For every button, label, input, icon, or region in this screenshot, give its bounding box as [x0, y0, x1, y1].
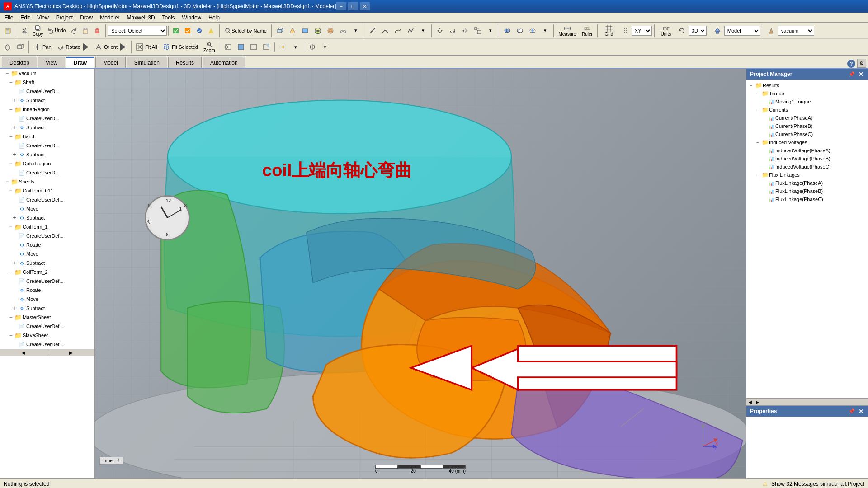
tree-ct2-move[interactable]: ⚙ Move [0, 295, 94, 304]
move-btn[interactable] [434, 25, 446, 37]
cone-icon-btn[interactable] [287, 25, 298, 37]
tree-outerregion[interactable]: − 📁 OuterRegion [0, 159, 94, 168]
units-button[interactable]: mm Units [657, 24, 675, 37]
close-button[interactable]: ✕ [360, 2, 370, 10]
light-more-btn[interactable]: ▾ [290, 41, 302, 53]
select-mode-1[interactable] [170, 25, 182, 37]
grid-plane-dropdown[interactable]: XYXZYZ [632, 26, 652, 36]
draw-line-btn[interactable] [367, 25, 378, 37]
tree-band-create[interactable]: 📄 CreateUserD... [0, 141, 94, 150]
light-btn[interactable] [277, 41, 289, 53]
rect-icon-btn[interactable] [299, 25, 311, 37]
shaded-btn[interactable] [260, 41, 272, 53]
box-icon-btn[interactable] [274, 25, 286, 37]
bool-subtract-btn[interactable] [514, 25, 526, 37]
select-dropdown[interactable]: Select: Object [108, 26, 167, 36]
paste-button[interactable] [80, 24, 91, 37]
panel-scroll-right[interactable]: ▶ [47, 349, 94, 356]
tree-band-subtract[interactable]: + ⚙ Subtract [0, 150, 94, 159]
tree-sheets[interactable]: − 📁 Sheets [0, 177, 94, 186]
menu-modeler[interactable]: Modeler [96, 14, 123, 22]
tree-ct2-create[interactable]: 📄 CreateUserDef... [0, 277, 94, 286]
view-icon-2[interactable] [14, 41, 26, 53]
tab-simulation[interactable]: Simulation [127, 57, 167, 68]
tree-ss-create[interactable]: 📄 CreateUserDef... [0, 340, 94, 349]
viewport[interactable]: coil上端向轴心弯曲 12 3 6 9 1 4 7 Time = 1 [95, 69, 746, 478]
torus-icon-btn[interactable] [337, 25, 349, 37]
wireframe-btn[interactable] [222, 41, 234, 53]
tree-ct011-create[interactable]: 📄 CreateUserDef... [0, 195, 94, 204]
menu-draw[interactable]: Draw [76, 14, 96, 22]
dots-pattern-btn[interactable] [619, 25, 631, 37]
pm-scroll-left[interactable]: ◀ [746, 399, 754, 405]
rotate-btn[interactable] [447, 25, 458, 37]
solid-btn[interactable] [235, 41, 247, 53]
model-dropdown[interactable]: Model [724, 26, 760, 36]
menu-tools[interactable]: Tools [159, 14, 179, 22]
tree-shaft-subtract[interactable]: + ⚙ Subtract [0, 96, 94, 105]
tab-results[interactable]: Results [168, 57, 202, 68]
draw-polyline-btn[interactable] [405, 25, 416, 37]
tab-automation[interactable]: Automation [203, 57, 245, 68]
tree-coilterm-1[interactable]: − 📁 CoilTerm_1 [0, 222, 94, 231]
snap-more-btn[interactable]: ▾ [319, 41, 331, 53]
tree-band[interactable]: − 📁 Band [0, 132, 94, 141]
menu-view[interactable]: View [33, 14, 52, 22]
orient-button[interactable]: Orient [93, 41, 129, 53]
pm-currents[interactable]: − 📁 Currents [746, 106, 868, 114]
pm-induced-a[interactable]: 📊 InducedVoltage(PhaseA) [746, 146, 868, 155]
sphere-icon-btn[interactable] [325, 25, 336, 37]
draw-more-btn[interactable]: ▾ [417, 25, 429, 37]
select-by-name-button[interactable]: Select by Name [222, 24, 269, 37]
scale-btn[interactable] [472, 25, 484, 37]
zoom-button[interactable]: Zoom [201, 41, 217, 53]
panel-scroll-left[interactable]: ◀ [0, 349, 47, 356]
select-mode-4[interactable] [205, 25, 217, 37]
delete-button[interactable] [91, 24, 103, 37]
tree-shaft-create[interactable]: 📄 CreateUserD... [0, 87, 94, 96]
measure-button[interactable]: Measure [556, 24, 579, 37]
tree-vacuum[interactable]: − 📁 vacuum [0, 69, 94, 78]
tab-desktop[interactable]: Desktop [2, 57, 37, 68]
tree-coilterm-2[interactable]: − 📁 CoilTerm_2 [0, 267, 94, 277]
tree-mastersheet[interactable]: − 📁 MasterSheet [0, 313, 94, 322]
grid-button[interactable]: Grid [600, 24, 618, 37]
more-shapes-btn[interactable]: ▾ [350, 25, 362, 37]
model-icon-btn[interactable] [712, 25, 723, 37]
mirror-btn[interactable] [459, 25, 471, 37]
tree-innerregion[interactable]: − 📁 InnerRegion [0, 105, 94, 114]
select-mode-3[interactable] [193, 25, 205, 37]
fit-all-button[interactable]: Fit All [134, 41, 160, 53]
snap-btn[interactable] [307, 41, 318, 53]
pm-moving-torque[interactable]: 📊 Moving1.Torque [746, 98, 868, 106]
redo-button[interactable] [68, 24, 80, 37]
pm-results[interactable]: − 📁 Results [746, 81, 868, 89]
tree-ct1-move[interactable]: ⚙ Move [0, 249, 94, 258]
pm-scroll-right[interactable]: ▶ [754, 399, 761, 405]
copy-button[interactable]: Copy [30, 24, 45, 37]
pm-induced-b[interactable]: 📊 InducedVoltage(PhaseB) [746, 155, 868, 163]
draw-arc-btn[interactable] [379, 25, 391, 37]
mode-dropdown[interactable]: 3D2D [689, 26, 707, 36]
pm-induced-voltages[interactable]: − 📁 Induced Voltages [746, 138, 868, 146]
reset-btn[interactable] [676, 25, 688, 37]
bool-intersect-btn[interactable] [527, 25, 538, 37]
tree-shaft[interactable]: − 📁 Shaft [0, 78, 94, 87]
tree-slavesheet[interactable]: − 📁 SlaveSheet [0, 331, 94, 340]
material-dropdown[interactable]: vacuum [778, 26, 814, 36]
pm-flux-c[interactable]: 📊 FluxLinkage(PhaseC) [746, 195, 868, 203]
minimize-button[interactable]: − [336, 2, 346, 10]
modify-more-btn[interactable]: ▾ [485, 25, 496, 37]
circle-icon-btn[interactable] [312, 25, 324, 37]
pm-current-b[interactable]: 📊 Current(PhaseB) [746, 122, 868, 130]
tree-ct011-subtract[interactable]: + ⚙ Subtract [0, 213, 94, 222]
view-icon-1[interactable] [2, 41, 14, 53]
save-button[interactable] [2, 25, 14, 37]
prop-pin-button[interactable]: 📌 [848, 408, 855, 415]
prop-close-button[interactable]: ✕ [857, 408, 864, 415]
tree-coilterm-011[interactable]: − 📁 CoilTerm_011 [0, 186, 94, 195]
select-mode-2[interactable] [182, 25, 193, 37]
tree-ct1-subtract[interactable]: + ⚙ Subtract [0, 258, 94, 267]
tree-ct1-create[interactable]: 📄 CreateUserDef... [0, 231, 94, 240]
tree-or-create[interactable]: 📄 CreateUserD... [0, 168, 94, 177]
